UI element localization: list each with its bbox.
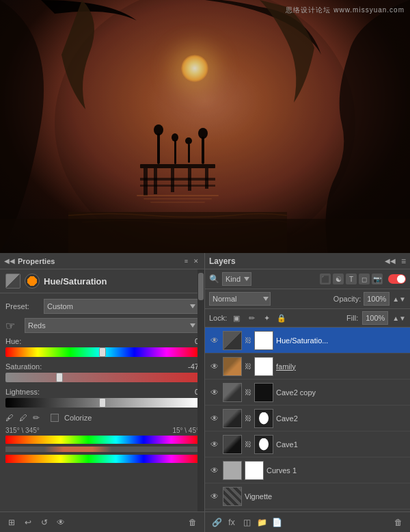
properties-scrollbar-thumb[interactable] xyxy=(198,273,204,300)
link-layers-icon[interactable]: 🔗 xyxy=(210,516,223,529)
properties-close-button[interactable]: ✕ xyxy=(192,258,200,265)
saturation-value: -47 xyxy=(178,362,199,371)
delete-icon[interactable]: 🗑 xyxy=(187,516,199,529)
layer-eye-1[interactable]: 👁 xyxy=(209,361,220,372)
shape-filter-icon[interactable]: ◻ xyxy=(359,274,370,284)
channel-select[interactable]: Reds xyxy=(25,318,199,333)
eyedropper-add-icon[interactable]: 🖊 xyxy=(19,413,27,423)
layer-eye-4[interactable]: 👁 xyxy=(209,439,220,450)
add-style-icon[interactable]: fx xyxy=(226,516,238,529)
layer-name-6: Vignette xyxy=(245,492,406,501)
pixel-filter-icon[interactable]: ⬛ xyxy=(320,274,331,284)
layer-item-6[interactable]: 👁Vignette xyxy=(205,483,410,509)
adjustment-layer-icon xyxy=(5,274,20,289)
lock-transparent-icon[interactable]: ▣ xyxy=(231,312,242,323)
layers-panel: Layers ◀◀ ≡ 🔍 Kind ⬛ ☯ T ◻ 📷 Nor xyxy=(205,253,410,532)
lock-position-icon[interactable]: ✦ xyxy=(261,312,272,323)
layer-eye-2[interactable]: 👁 xyxy=(209,387,220,398)
layer-thumb-0 xyxy=(223,331,242,350)
delete-layer-icon[interactable]: 🗑 xyxy=(392,516,405,529)
fill-stepper[interactable]: ▲▼ xyxy=(392,315,406,322)
layer-link-3[interactable]: ⛓ xyxy=(245,414,251,422)
hue-value: 0 xyxy=(178,337,199,345)
visibility-icon[interactable]: 👁 xyxy=(55,516,67,529)
layer-link-1[interactable]: ⛓ xyxy=(245,362,251,370)
layer-mask-0 xyxy=(254,331,273,350)
layer-mask-2 xyxy=(254,383,273,402)
colorize-checkbox[interactable] xyxy=(51,414,59,422)
properties-menu-button[interactable]: ≡ xyxy=(183,258,189,265)
layer-mask-4 xyxy=(254,435,273,454)
hue-thumb[interactable] xyxy=(99,347,106,357)
kind-select[interactable]: Kind xyxy=(222,272,251,286)
filter-toggle[interactable] xyxy=(388,274,406,284)
eyedropper-subtract-icon[interactable]: ✏ xyxy=(33,413,40,423)
color-spectrum-bar xyxy=(5,436,199,444)
opacity-field[interactable] xyxy=(364,292,390,306)
layer-mask-5 xyxy=(245,461,264,480)
layer-item-2[interactable]: 👁⛓Cave2 copy xyxy=(205,380,410,405)
layer-name-2: Cave2 copy xyxy=(276,388,406,397)
layer-mask-1 xyxy=(254,357,273,376)
svg-point-6 xyxy=(185,137,192,144)
layer-item-0[interactable]: 👁⛓Hue/Saturatio... xyxy=(205,328,410,354)
add-mask-icon[interactable]: ◫ xyxy=(241,516,253,529)
target-hand-icon[interactable]: ☞ xyxy=(5,319,20,332)
fill-field[interactable] xyxy=(362,311,388,325)
layer-eye-5[interactable]: 👁 xyxy=(209,465,220,476)
lock-paint-icon[interactable]: ✏ xyxy=(246,312,257,323)
properties-scrollbar[interactable] xyxy=(197,269,204,511)
new-layer-icon[interactable]: 📄 xyxy=(271,516,283,529)
svg-rect-16 xyxy=(140,185,215,187)
layer-item-4[interactable]: 👁⛓Cave1 xyxy=(205,431,410,457)
properties-panel: ◀◀ Properties ≡ ✕ Hue/Saturation Preset:… xyxy=(0,253,205,532)
layer-mask-3 xyxy=(254,409,273,428)
lock-label: Lock: xyxy=(209,314,227,322)
smart-filter-icon[interactable]: 📷 xyxy=(372,274,383,284)
svg-rect-15 xyxy=(140,178,215,181)
lock-all-icon[interactable]: 🔒 xyxy=(276,312,287,323)
add-adjustment-icon[interactable]: ⊞ xyxy=(5,516,18,529)
layer-thumb-2 xyxy=(223,383,242,402)
properties-content: Preset: Custom ☞ Reds Hue: 0 xyxy=(0,293,204,511)
reset-icon[interactable]: ↩ xyxy=(22,516,34,529)
saturation-thumb[interactable] xyxy=(56,373,63,382)
layer-eye-6[interactable]: 👁 xyxy=(209,491,220,502)
layers-toolbar: 🔗 fx ◫ 📁 📄 🗑 xyxy=(205,511,410,532)
history-icon[interactable]: ↺ xyxy=(38,516,51,529)
properties-collapse-icon[interactable]: ◀◀ xyxy=(4,257,15,265)
new-group-icon[interactable]: 📁 xyxy=(256,516,268,529)
layer-link-2[interactable]: ⛓ xyxy=(245,388,251,396)
adjustment-filter-icon[interactable]: ☯ xyxy=(333,274,344,284)
hue-saturation-header: Hue/Saturation xyxy=(0,269,204,293)
svg-point-2 xyxy=(154,124,163,135)
opacity-label: Opacity: xyxy=(333,295,361,303)
layers-menu-icon[interactable]: ≡ xyxy=(401,256,406,266)
layer-thumb-4 xyxy=(223,435,242,454)
svg-rect-9 xyxy=(140,164,215,168)
layer-item-3[interactable]: 👁⛓Cave2 xyxy=(205,405,410,431)
hue-saturation-title: Hue/Saturation xyxy=(44,276,107,287)
text-filter-icon[interactable]: T xyxy=(346,274,357,284)
svg-rect-18 xyxy=(144,198,212,200)
layer-item-5[interactable]: 👁Curves 1 xyxy=(205,457,410,483)
layer-link-0[interactable]: ⛓ xyxy=(245,336,251,344)
lightness-slider[interactable] xyxy=(5,398,199,408)
saturation-slider[interactable] xyxy=(5,373,199,382)
layer-eye-0[interactable]: 👁 xyxy=(209,335,220,346)
blend-mode-select[interactable]: Normal xyxy=(209,292,271,306)
opacity-stepper[interactable]: ▲▼ xyxy=(392,295,406,303)
eyedropper-icon[interactable]: 🖋 xyxy=(5,413,14,423)
hue-slider[interactable] xyxy=(5,347,199,357)
layer-thumb-6 xyxy=(223,487,242,506)
layers-collapse-icon[interactable]: ◀◀ xyxy=(385,257,396,265)
layers-list[interactable]: 👁⛓Hue/Saturatio...👁⛓family👁⛓Cave2 copy👁⛓… xyxy=(205,328,410,511)
preset-select[interactable]: Custom xyxy=(44,299,199,314)
lock-row: Lock: ▣ ✏ ✦ 🔒 Fill: ▲▼ xyxy=(205,309,410,328)
properties-header: ◀◀ Properties ≡ ✕ xyxy=(0,253,204,269)
layer-link-4[interactable]: ⛓ xyxy=(245,440,251,448)
lightness-thumb[interactable] xyxy=(99,398,106,408)
layer-item-1[interactable]: 👁⛓family xyxy=(205,354,410,380)
layer-eye-3[interactable]: 👁 xyxy=(209,413,220,424)
layer-thumb-3 xyxy=(223,409,242,428)
